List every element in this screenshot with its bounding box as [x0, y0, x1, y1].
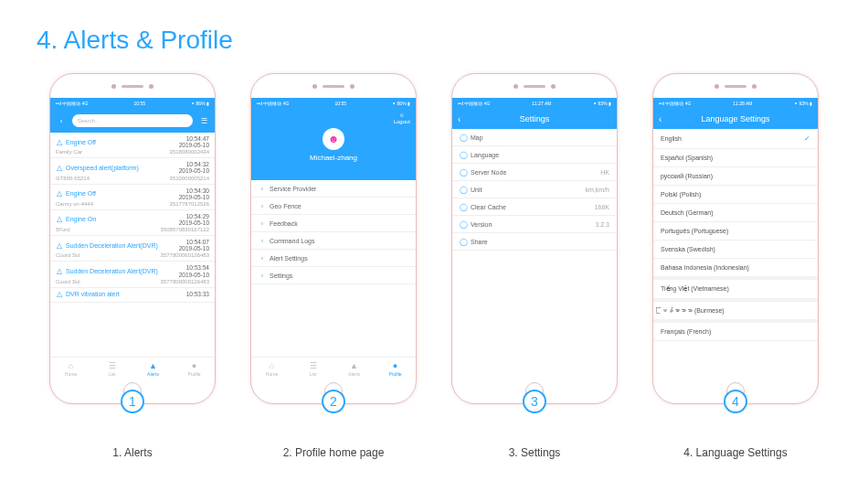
- status-bar: ••ıl 中国移动 4G10:55⚬ 86% ▮: [50, 98, 215, 109]
- tab-list[interactable]: ☰List: [292, 358, 333, 380]
- profile-item[interactable]: ▫Feedback: [251, 215, 416, 232]
- language-item[interactable]: English✓: [653, 129, 818, 149]
- phone-caption: 1. Alerts: [112, 446, 152, 459]
- phone-caption: 3. Settings: [509, 446, 561, 459]
- phone-profile: ••ıl 中国移动 4G10:55⚬ 86% ▮ ⎋Logout ☻ Micha…: [250, 73, 417, 404]
- phone-alerts: ••ıl 中国移动 4G10:55⚬ 86% ▮ ‹ Search... ☰ △…: [49, 73, 216, 404]
- phone-caption: 4. Language Settings: [683, 446, 787, 459]
- globe-icon: ◯: [460, 151, 467, 158]
- phone-number-badge: 3: [523, 390, 546, 413]
- alert-item[interactable]: △Engine On10:54:292019-05-105Ford3508570…: [50, 210, 215, 236]
- profile-item[interactable]: ▫Service Provider: [251, 180, 416, 198]
- server-icon: ◯: [460, 168, 467, 176]
- settings-item[interactable]: ◯Server NodeHK: [452, 164, 617, 181]
- logout-button[interactable]: ⎋Logout: [394, 112, 410, 124]
- log-icon: ▫: [259, 237, 266, 244]
- language-item[interactable]: Français (French): [653, 323, 818, 341]
- language-item[interactable]: Svenska (Swedish): [653, 241, 818, 259]
- alert-item[interactable]: △DVR vibration alert10:53:33: [50, 288, 215, 303]
- phone-settings: ••ıl 中国移动 4G11:27 AM⚬ 93% ▮ ‹ Settings ◯…: [451, 73, 618, 404]
- profile-item[interactable]: ▫Command Logs: [251, 232, 416, 250]
- settings-header: ‹ Settings: [452, 109, 617, 129]
- alert-item[interactable]: △Engine Off10:54:302019-05-10Camry vn-44…: [50, 185, 215, 210]
- back-icon[interactable]: ‹: [458, 114, 460, 124]
- tab-alerts[interactable]: ▲Alerts: [333, 358, 375, 380]
- gear-icon: ▫: [259, 272, 266, 279]
- alerts-search-bar: ‹ Search... ☰: [50, 109, 215, 133]
- search-input[interactable]: Search...: [72, 114, 193, 127]
- profile-item[interactable]: ▫Alert Settings: [251, 250, 416, 267]
- language-item[interactable]: Polski (Polish): [653, 186, 818, 204]
- language-item[interactable]: Bahasa Indonesia (Indonesian): [653, 259, 818, 280]
- settings-item[interactable]: ◯Version3.2.3: [452, 216, 617, 233]
- unit-icon: ◯: [460, 186, 467, 193]
- warning-icon: △: [56, 291, 63, 298]
- tab-alerts[interactable]: ▲Alerts: [132, 358, 174, 380]
- tab-home[interactable]: ⌂Home: [251, 358, 292, 380]
- profile-item[interactable]: ▫Settings: [251, 267, 416, 284]
- card-icon: ▫: [259, 185, 266, 192]
- settings-item[interactable]: ◯Map: [452, 129, 617, 146]
- phone-language: ••ıl 中国移动 4G11:28 AM⚬ 93% ▮ ‹ Language S…: [652, 73, 819, 404]
- warning-icon: △: [56, 164, 63, 171]
- language-item[interactable]: Deutsch (German): [653, 204, 818, 222]
- language-header: ‹ Language Settings: [653, 109, 818, 129]
- language-item[interactable]: Português (Portuguese): [653, 222, 818, 241]
- tab-home[interactable]: ⌂Home: [50, 358, 91, 380]
- username: Michael-zhang: [310, 154, 357, 162]
- check-icon: ✓: [804, 134, 810, 143]
- fence-icon: ▫: [259, 202, 266, 209]
- calendar-icon[interactable]: ☰: [198, 115, 209, 126]
- warning-icon: △: [56, 138, 63, 145]
- version-icon: ◯: [460, 220, 467, 228]
- language-item[interactable]: Español (Spanish): [653, 149, 818, 167]
- cache-icon: ◯: [460, 203, 467, 210]
- tab-profile[interactable]: ●Profile: [375, 358, 416, 380]
- phone-caption: 2. Profile home page: [283, 446, 385, 459]
- warning-icon: △: [56, 216, 63, 223]
- phone-number-badge: 2: [322, 390, 345, 413]
- warning-icon: △: [56, 241, 63, 249]
- feedback-icon: ▫: [259, 219, 266, 227]
- settings-item[interactable]: ◯Language: [452, 146, 617, 164]
- alert-item[interactable]: △Engine Off10:54:472019-05-10Family Car3…: [50, 133, 215, 158]
- language-item[interactable]: Tiếng Việt (Vietnamese): [653, 280, 818, 302]
- avatar[interactable]: ☻: [323, 128, 344, 150]
- back-icon[interactable]: ‹: [659, 114, 662, 124]
- profile-hero: ⎋Logout ☻ Michael-zhang: [251, 109, 416, 180]
- phone-number-badge: 4: [724, 390, 747, 413]
- profile-item[interactable]: ▫Geo Fence: [251, 198, 416, 215]
- warning-icon: △: [56, 190, 63, 198]
- warning-icon: △: [56, 268, 63, 275]
- settings-item[interactable]: ◯Unitkm,km/h: [452, 181, 617, 198]
- share-icon: ◯: [460, 238, 467, 245]
- alert-icon: ▫: [259, 254, 266, 262]
- tab-list[interactable]: ☰List: [91, 358, 132, 380]
- settings-item[interactable]: ◯Share: [452, 233, 617, 251]
- alert-item[interactable]: △Overspeed alert(platform)10:54:322019-0…: [50, 158, 215, 184]
- tab-bar: ⌂Home ☰List ▲Alerts ●Profile: [50, 357, 215, 380]
- phone-number-badge: 1: [121, 390, 144, 413]
- tab-profile[interactable]: ●Profile: [174, 358, 215, 380]
- language-item[interactable]: မြန်မာဘာသာ (Burmese): [653, 302, 818, 323]
- language-item[interactable]: русский (Russian): [653, 167, 818, 186]
- page-title: 4. Alerts & Profile: [37, 26, 831, 55]
- alert-item[interactable]: △Sudden Deceleration Alert(DVR)10:54:072…: [50, 236, 215, 262]
- settings-item[interactable]: ◯Clear Cache166K: [452, 198, 617, 216]
- back-icon[interactable]: ‹: [56, 115, 67, 126]
- map-icon: ◯: [460, 134, 467, 141]
- alert-item[interactable]: △Sudden Deceleration Alert(DVR)10:53:542…: [50, 262, 215, 287]
